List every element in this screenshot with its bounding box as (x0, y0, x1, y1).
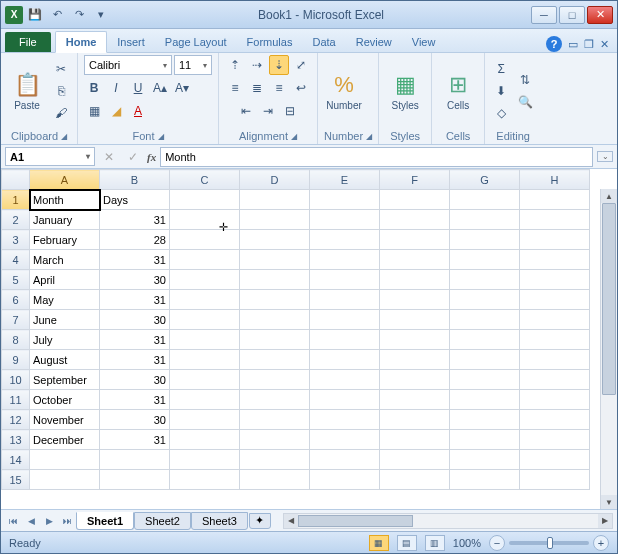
col-header-E[interactable]: E (310, 170, 380, 190)
cell-B11[interactable]: 31 (100, 390, 170, 410)
row-header[interactable]: 3 (2, 230, 30, 250)
cell-B2[interactable]: 31 (100, 210, 170, 230)
sheet-tab-1[interactable]: Sheet1 (76, 512, 134, 530)
cell-A1[interactable]: Month (30, 190, 100, 210)
col-header-H[interactable]: H (520, 170, 590, 190)
close-button[interactable]: ✕ (587, 6, 613, 24)
fill-button[interactable]: ⬇ (491, 81, 511, 101)
tab-home[interactable]: Home (55, 31, 108, 53)
new-sheet-button[interactable]: ✦ (249, 513, 271, 529)
row-header[interactable]: 9 (2, 350, 30, 370)
styles-button[interactable]: ▦ Styles (385, 70, 425, 113)
copy-button[interactable]: ⎘ (51, 81, 71, 101)
select-all-corner[interactable] (2, 170, 30, 190)
cell-A12[interactable]: November (30, 410, 100, 430)
undo-button[interactable]: ↶ (47, 5, 67, 25)
clear-button[interactable]: ◇ (491, 103, 511, 123)
row-header[interactable]: 1 (2, 190, 30, 210)
cell-A4[interactable]: March (30, 250, 100, 270)
vscroll-thumb[interactable] (602, 203, 616, 395)
row-header[interactable]: 13 (2, 430, 30, 450)
cut-button[interactable]: ✂ (51, 59, 71, 79)
cell-B7[interactable]: 30 (100, 310, 170, 330)
number-launcher[interactable]: ◢ (366, 132, 372, 141)
zoom-slider-knob[interactable] (547, 537, 553, 549)
zoom-slider[interactable] (509, 541, 589, 545)
alignment-launcher[interactable]: ◢ (291, 132, 297, 141)
tab-pagelayout[interactable]: Page Layout (155, 32, 237, 52)
row-header[interactable]: 7 (2, 310, 30, 330)
increase-font-button[interactable]: A▴ (150, 78, 170, 98)
merge-center-button[interactable]: ⊟ (280, 101, 300, 121)
borders-button[interactable]: ▦ (84, 101, 104, 121)
scroll-right-button[interactable]: ▶ (598, 514, 612, 528)
paste-button[interactable]: 📋 Paste (7, 70, 47, 113)
font-name-combo[interactable]: Calibri▾ (84, 55, 172, 75)
decrease-font-button[interactable]: A▾ (172, 78, 192, 98)
find-select-button[interactable]: 🔍 (515, 92, 535, 112)
row-header[interactable]: 12 (2, 410, 30, 430)
row-header[interactable]: 2 (2, 210, 30, 230)
wrap-text-button[interactable]: ↩ (291, 78, 311, 98)
cell-B9[interactable]: 31 (100, 350, 170, 370)
number-format-button[interactable]: % Number (324, 70, 364, 113)
zoom-out-button[interactable]: − (489, 535, 505, 551)
col-header-C[interactable]: C (170, 170, 240, 190)
cell-B12[interactable]: 30 (100, 410, 170, 430)
next-sheet-button[interactable]: ▶ (41, 513, 57, 529)
clipboard-launcher[interactable]: ◢ (61, 132, 67, 141)
row-header[interactable]: 6 (2, 290, 30, 310)
tab-review[interactable]: Review (346, 32, 402, 52)
align-left-button[interactable]: ≡ (225, 78, 245, 98)
decrease-indent-button[interactable]: ⇤ (236, 101, 256, 121)
sort-filter-button[interactable]: ⇅ (515, 70, 535, 90)
bold-button[interactable]: B (84, 78, 104, 98)
first-sheet-button[interactable]: ⏮ (5, 513, 21, 529)
row-header[interactable]: 11 (2, 390, 30, 410)
row-header[interactable]: 10 (2, 370, 30, 390)
align-center-button[interactable]: ≣ (247, 78, 267, 98)
orientation-button[interactable]: ⤢ (291, 55, 311, 75)
cell-A2[interactable]: January (30, 210, 100, 230)
col-header-A[interactable]: A (30, 170, 100, 190)
prev-sheet-button[interactable]: ◀ (23, 513, 39, 529)
horizontal-scrollbar[interactable]: ◀ ▶ (283, 513, 613, 529)
align-top-button[interactable]: ⇡ (225, 55, 245, 75)
page-layout-view-button[interactable]: ▤ (397, 535, 417, 551)
cell-B5[interactable]: 30 (100, 270, 170, 290)
font-color-button[interactable]: A (128, 101, 148, 121)
tab-view[interactable]: View (402, 32, 446, 52)
enter-formula-button[interactable]: ✓ (123, 147, 143, 167)
scroll-left-button[interactable]: ◀ (284, 514, 298, 528)
sheet-tab-3[interactable]: Sheet3 (191, 512, 248, 530)
italic-button[interactable]: I (106, 78, 126, 98)
scroll-up-button[interactable]: ▲ (601, 189, 617, 203)
cell-A5[interactable]: April (30, 270, 100, 290)
row-header[interactable]: 4 (2, 250, 30, 270)
sheet-tab-2[interactable]: Sheet2 (134, 512, 191, 530)
help-icon[interactable]: ? (546, 36, 562, 52)
tab-insert[interactable]: Insert (107, 32, 155, 52)
cell-B13[interactable]: 31 (100, 430, 170, 450)
underline-button[interactable]: U (128, 78, 148, 98)
autosum-button[interactable]: Σ (491, 59, 511, 79)
cell-B4[interactable]: 31 (100, 250, 170, 270)
minimize-button[interactable]: ─ (531, 6, 557, 24)
font-size-combo[interactable]: 11▾ (174, 55, 212, 75)
restore-workbook-button[interactable]: ❐ (584, 38, 594, 51)
align-middle-button[interactable]: ⇢ (247, 55, 267, 75)
cancel-formula-button[interactable]: ✕ (99, 147, 119, 167)
cell-A11[interactable]: October (30, 390, 100, 410)
last-sheet-button[interactable]: ⏭ (59, 513, 75, 529)
increase-indent-button[interactable]: ⇥ (258, 101, 278, 121)
col-header-F[interactable]: F (380, 170, 450, 190)
row-header[interactable]: 5 (2, 270, 30, 290)
row-header[interactable]: 15 (2, 470, 30, 490)
tab-data[interactable]: Data (302, 32, 345, 52)
cell-B6[interactable]: 31 (100, 290, 170, 310)
col-header-G[interactable]: G (450, 170, 520, 190)
fx-icon[interactable]: fx (147, 151, 156, 163)
format-painter-button[interactable]: 🖌 (51, 103, 71, 123)
name-box[interactable]: A1▾ (5, 147, 95, 166)
zoom-level[interactable]: 100% (453, 537, 481, 549)
